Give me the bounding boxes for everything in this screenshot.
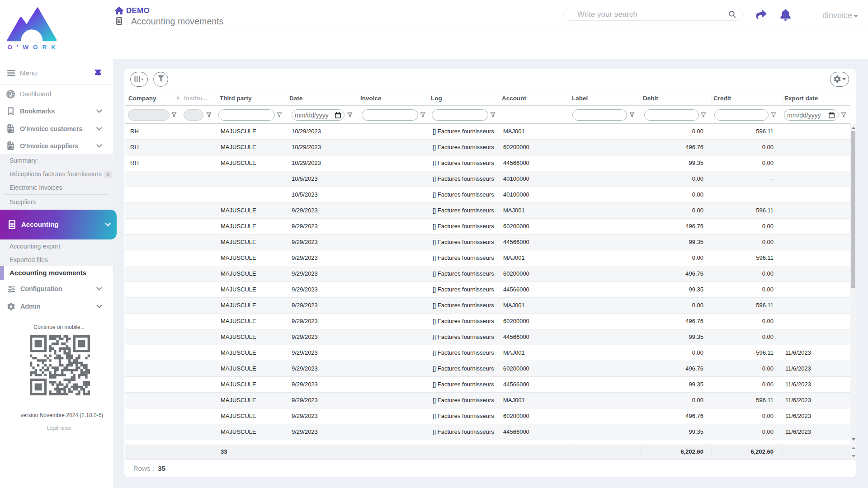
svg-text:O'WORK: O'WORK [8,44,57,51]
